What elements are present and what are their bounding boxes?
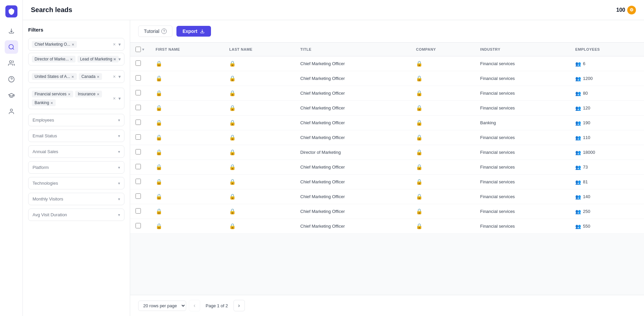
- platform-dropdown[interactable]: Platform ▾: [28, 161, 124, 174]
- chip-fs[interactable]: Financial services ×: [32, 91, 73, 97]
- industry-expand-btn[interactable]: ▾: [118, 95, 121, 102]
- technologies-chevron-icon: ▾: [118, 181, 120, 186]
- chip-cmo-remove[interactable]: ×: [72, 42, 74, 47]
- chip-ins[interactable]: Insurance ×: [75, 91, 102, 97]
- chip-bank[interactable]: Banking ×: [32, 99, 56, 106]
- row-company: 🔒: [411, 71, 475, 86]
- job-title-expand-btn-2[interactable]: ▾: [118, 56, 121, 62]
- row-last-name: 🔒: [224, 71, 295, 86]
- row-checkbox-2[interactable]: [136, 90, 141, 95]
- select-all-checkbox[interactable]: [136, 47, 141, 52]
- chip-ins-remove[interactable]: ×: [97, 92, 100, 96]
- chip-ca-remove[interactable]: ×: [97, 75, 100, 79]
- table-row: 🔒 🔒 Chief Marketing Officer 🔒 Financial …: [130, 175, 644, 189]
- row-checkbox-4[interactable]: [136, 120, 141, 125]
- rows-per-page-select[interactable]: 10 rows per page 20 rows per page 50 row…: [138, 301, 186, 311]
- industry-clear-btn[interactable]: ×: [112, 95, 116, 102]
- row-employees: 👥 140: [570, 189, 644, 204]
- row-company: 🔒: [411, 116, 475, 130]
- job-title-filter-group: Chief Marketing O... × × ▾: [28, 38, 124, 51]
- chip-fs-remove[interactable]: ×: [68, 92, 70, 96]
- row-checkbox-cell[interactable]: [130, 175, 150, 189]
- nav-download[interactable]: [5, 24, 18, 38]
- row-title: Chief Marketing Officer: [295, 71, 411, 86]
- first-name-lock-icon: 🔒: [156, 90, 162, 96]
- row-checkbox-cell[interactable]: [130, 116, 150, 130]
- tutorial-button[interactable]: Tutorial ?: [138, 26, 172, 37]
- row-checkbox-3[interactable]: [136, 105, 141, 110]
- chip-usa[interactable]: United States of A... ×: [32, 73, 77, 80]
- employees-chevron-icon: ▾: [118, 118, 120, 123]
- svg-point-4: [10, 109, 12, 111]
- company-lock-icon: 🔒: [416, 105, 423, 111]
- first-name-lock-icon: 🔒: [156, 61, 162, 66]
- row-checkbox-0[interactable]: [136, 60, 141, 66]
- employees-dropdown[interactable]: Employees ▾: [28, 114, 124, 126]
- chip-cmo[interactable]: Chief Marketing O... ×: [32, 41, 77, 48]
- row-checkbox-cell[interactable]: [130, 145, 150, 160]
- row-checkbox-8[interactable]: [136, 179, 141, 184]
- chip-dom[interactable]: Director of Marke... ×: [32, 56, 75, 62]
- company-lock-icon: 🔒: [416, 164, 423, 170]
- row-checkbox-cell[interactable]: [130, 204, 150, 219]
- row-checkbox-cell[interactable]: [130, 219, 150, 234]
- location-clear-btn[interactable]: ×: [112, 73, 116, 80]
- row-checkbox-11[interactable]: [136, 223, 141, 228]
- row-title: Chief Marketing Officer: [295, 219, 411, 234]
- platform-chevron-icon: ▾: [118, 165, 120, 170]
- employees-icon: 👥: [575, 105, 581, 111]
- job-title-expand-btn[interactable]: ▾: [118, 41, 121, 48]
- employees-icon: 👥: [575, 179, 581, 185]
- row-checkbox-5[interactable]: [136, 134, 141, 140]
- nav-profile[interactable]: [5, 105, 18, 118]
- row-checkbox-10[interactable]: [136, 208, 141, 214]
- employees-value: 1200: [583, 76, 593, 81]
- job-title-clear-btn-2[interactable]: ×: [112, 56, 116, 62]
- row-checkbox-cell[interactable]: [130, 86, 150, 101]
- export-button[interactable]: Export: [176, 26, 211, 37]
- row-checkbox-cell[interactable]: [130, 160, 150, 175]
- company-lock-icon: 🔒: [416, 120, 423, 126]
- row-checkbox-cell[interactable]: [130, 56, 150, 71]
- row-checkbox-9[interactable]: [136, 193, 141, 199]
- next-page-button[interactable]: ›: [233, 300, 245, 311]
- employees-icon: 👥: [575, 209, 581, 214]
- row-checkbox-7[interactable]: [136, 164, 141, 169]
- location-filter-group: United States of A... × Canada × × ▾: [28, 70, 124, 83]
- job-title-clear-btn[interactable]: ×: [112, 41, 116, 48]
- employees-icon: 👥: [575, 135, 581, 140]
- page-title: Search leads: [31, 6, 72, 14]
- row-last-name: 🔒: [224, 189, 295, 204]
- nav-users[interactable]: [5, 56, 18, 70]
- location-expand-btn[interactable]: ▾: [118, 73, 121, 80]
- row-first-name: 🔒: [150, 56, 224, 71]
- chip-ca[interactable]: Canada ×: [79, 73, 102, 80]
- email-status-dropdown[interactable]: Email Status ▾: [28, 130, 124, 142]
- row-first-name: 🔒: [150, 145, 224, 160]
- chip-usa-remove[interactable]: ×: [71, 75, 74, 79]
- prev-page-button[interactable]: ‹: [189, 300, 200, 311]
- monthly-visitors-dropdown[interactable]: Monthly Visitors ▾: [28, 193, 124, 205]
- nav-help[interactable]: [5, 73, 18, 86]
- row-checkbox-cell[interactable]: [130, 130, 150, 145]
- row-checkbox-cell[interactable]: [130, 189, 150, 204]
- row-industry: Financial services: [475, 160, 570, 175]
- technologies-dropdown[interactable]: Technologies ▾: [28, 177, 124, 189]
- row-last-name: 🔒: [224, 160, 295, 175]
- avg-visit-duration-dropdown[interactable]: Avg Visit Duration ▾: [28, 209, 124, 221]
- nav-learn[interactable]: [5, 89, 18, 102]
- employees-icon: 👥: [575, 224, 581, 229]
- annual-sales-dropdown[interactable]: Annual Sales ▾: [28, 145, 124, 158]
- row-checkbox-6[interactable]: [136, 149, 141, 154]
- header-right: 100 ⚙: [616, 6, 636, 14]
- select-all-chevron[interactable]: ▾: [142, 47, 145, 52]
- row-checkbox-cell[interactable]: [130, 101, 150, 116]
- nav-search[interactable]: [5, 40, 18, 54]
- chip-dom-remove[interactable]: ×: [70, 57, 73, 61]
- chip-lom-label: Lead of Marketing: [80, 57, 112, 61]
- employees-icon: 👥: [575, 91, 581, 96]
- row-employees: 👥 190: [570, 116, 644, 130]
- chip-bank-remove[interactable]: ×: [50, 101, 53, 105]
- row-checkbox-cell[interactable]: [130, 71, 150, 86]
- row-checkbox-1[interactable]: [136, 75, 141, 81]
